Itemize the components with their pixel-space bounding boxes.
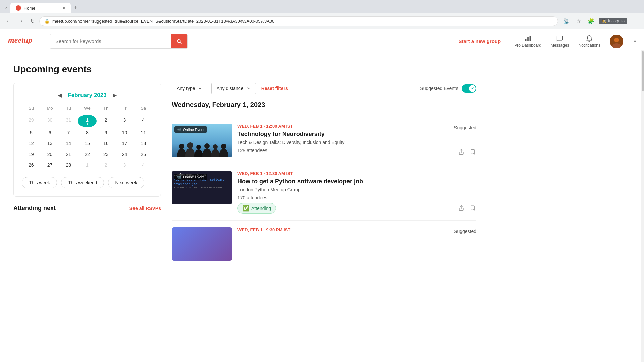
cal-day-20[interactable]: 20 bbox=[41, 149, 59, 160]
event-thumb-1[interactable]: 📹 Online Event bbox=[172, 124, 232, 157]
cal-day-9[interactable]: 9 bbox=[97, 127, 115, 138]
calendar-prev-button[interactable]: ◀ bbox=[56, 91, 64, 99]
cal-day-10[interactable]: 10 bbox=[115, 127, 134, 138]
start-group-link[interactable]: Start a new group bbox=[459, 38, 501, 44]
event-card-1: 📹 Online Event WED, FEB 1 · 12:00 AM IST… bbox=[172, 117, 476, 164]
scrollbar[interactable] bbox=[641, 50, 644, 278]
see-all-rsvps-link[interactable]: See all RSVPs bbox=[129, 206, 161, 211]
cal-day-25[interactable]: 25 bbox=[134, 149, 153, 160]
cal-day-24[interactable]: 24 bbox=[115, 149, 134, 160]
cal-day-13[interactable]: 13 bbox=[41, 138, 59, 149]
next-week-button[interactable]: Next week bbox=[108, 177, 144, 188]
cal-day-6[interactable]: 6 bbox=[41, 127, 59, 138]
cal-day-18[interactable]: 18 bbox=[134, 138, 153, 149]
cal-day-mar2[interactable]: 2 bbox=[97, 160, 115, 170]
back-button[interactable]: ← bbox=[4, 17, 13, 25]
this-weekend-button[interactable]: This weekend bbox=[61, 177, 104, 188]
suggested-toggle-switch[interactable]: ✓ bbox=[462, 84, 476, 93]
cal-day-11[interactable]: 11 bbox=[134, 127, 153, 138]
cal-day-3[interactable]: 3 bbox=[115, 115, 134, 127]
search-input[interactable] bbox=[50, 38, 124, 44]
tab-close-button[interactable]: × bbox=[62, 5, 65, 11]
messages-button[interactable]: Messages bbox=[551, 35, 569, 48]
cal-day-16[interactable]: 16 bbox=[97, 138, 115, 149]
cal-day-mar1[interactable]: 1 bbox=[78, 160, 97, 170]
cal-day-8[interactable]: 8 bbox=[78, 127, 97, 138]
event-attendees-1: 129 attendees bbox=[237, 148, 476, 153]
suggested-label: Suggested Events bbox=[420, 86, 458, 91]
event-image-3 bbox=[172, 227, 232, 261]
chart-icon bbox=[524, 35, 532, 42]
event-thumb-2[interactable]: London Meetup Group How to get a Python … bbox=[172, 171, 232, 204]
cal-day-23[interactable]: 23 bbox=[97, 149, 115, 160]
notifications-button[interactable]: Notifications bbox=[579, 35, 600, 48]
save-button-1[interactable] bbox=[469, 148, 476, 157]
cal-day-1[interactable]: 1 bbox=[78, 115, 97, 127]
cal-day-15[interactable]: 15 bbox=[78, 138, 97, 149]
address-bar[interactable]: 🔒 meetup.com/home/?suggested=true&source… bbox=[39, 16, 558, 26]
event-datetime-3: WED, FEB 1 · 9:30 PM IST bbox=[237, 227, 476, 232]
user-avatar[interactable] bbox=[610, 35, 623, 48]
new-tab-button[interactable]: + bbox=[71, 3, 80, 13]
event-actions-2 bbox=[458, 204, 476, 214]
cal-day-30[interactable]: 30 bbox=[41, 115, 59, 127]
search-button[interactable] bbox=[171, 34, 187, 49]
reload-button[interactable]: ↻ bbox=[28, 17, 37, 26]
event-title-1[interactable]: Technology for Neurodiversity bbox=[237, 131, 476, 138]
distance-filter[interactable]: Any distance bbox=[211, 83, 256, 94]
event-actions-1 bbox=[458, 148, 476, 157]
meetup-logo[interactable]: meetup bbox=[8, 34, 42, 48]
cal-day-31[interactable]: 31 bbox=[59, 115, 78, 127]
calendar-next-button[interactable]: ▶ bbox=[111, 91, 119, 99]
suggested-tag-1: Suggested bbox=[454, 125, 476, 130]
cal-day-14[interactable]: 14 bbox=[59, 138, 78, 149]
save-button-2[interactable] bbox=[469, 204, 476, 214]
cal-day-26[interactable]: 26 bbox=[22, 160, 41, 170]
cal-day-21[interactable]: 21 bbox=[59, 149, 78, 160]
share-button-2[interactable] bbox=[458, 204, 465, 214]
dow-fr: Fr bbox=[115, 104, 134, 112]
cal-day-7[interactable]: 7 bbox=[59, 127, 78, 138]
cal-day-2[interactable]: 2 bbox=[97, 115, 115, 127]
cal-day-17[interactable]: 17 bbox=[115, 138, 134, 149]
tab-favicon bbox=[16, 5, 21, 11]
cal-day-4[interactable]: 4 bbox=[134, 115, 153, 127]
cal-day-19[interactable]: 19 bbox=[22, 149, 41, 160]
active-tab[interactable]: Home × bbox=[10, 3, 71, 13]
user-menu-arrow[interactable]: ▾ bbox=[634, 39, 636, 44]
location-input[interactable]: London, GB bbox=[124, 38, 171, 44]
cal-day-mar3[interactable]: 3 bbox=[115, 160, 134, 170]
event-thumb-3[interactable] bbox=[172, 227, 232, 261]
reset-filters-button[interactable]: Reset filters bbox=[261, 86, 288, 91]
cal-day-27[interactable]: 27 bbox=[41, 160, 59, 170]
cal-day-28[interactable]: 28 bbox=[59, 160, 78, 170]
cal-day-29[interactable]: 29 bbox=[22, 115, 41, 127]
extensions-button[interactable]: 🧩 bbox=[586, 17, 596, 26]
cal-day-5[interactable]: 5 bbox=[22, 127, 41, 138]
forward-button[interactable]: → bbox=[16, 17, 25, 25]
pro-dashboard-label: Pro Dashboard bbox=[514, 43, 541, 48]
online-badge-label-1: Online Event bbox=[183, 128, 204, 132]
svg-point-19 bbox=[221, 144, 226, 149]
more-options-button[interactable]: ⋮ bbox=[630, 16, 640, 26]
dow-we: We bbox=[78, 104, 97, 112]
pro-dashboard-button[interactable]: Pro Dashboard bbox=[514, 35, 541, 48]
event-title-2[interactable]: How to get a Python software developer j… bbox=[237, 178, 476, 185]
toggle-knob: ✓ bbox=[469, 85, 476, 92]
this-week-button[interactable]: This week bbox=[22, 177, 57, 188]
type-filter[interactable]: Any type bbox=[172, 83, 207, 94]
lock-icon: 🔒 bbox=[44, 19, 50, 24]
left-panel: ◀ February 2023 ▶ Su Mo Tu We Th Fr Sa bbox=[13, 83, 161, 267]
cast-button[interactable]: 📡 bbox=[561, 17, 572, 26]
cal-day-22[interactable]: 22 bbox=[78, 149, 97, 160]
tab-chevron-left[interactable]: ‹ bbox=[3, 4, 10, 12]
site-nav: meetup London, GB Start a new group Pro … bbox=[0, 29, 644, 53]
incognito-badge: 🕵️ Incognito bbox=[599, 18, 627, 24]
cal-day-mar4[interactable]: 4 bbox=[134, 160, 153, 170]
bookmark-icon-2 bbox=[470, 205, 476, 211]
bookmark-button[interactable]: ☆ bbox=[574, 17, 583, 26]
share-button-1[interactable] bbox=[458, 148, 465, 157]
cal-day-12[interactable]: 12 bbox=[22, 138, 41, 149]
scrollbar-thumb[interactable] bbox=[642, 51, 644, 91]
event-info-1: WED, FEB 1 · 12:00 AM IST Technology for… bbox=[237, 124, 476, 157]
